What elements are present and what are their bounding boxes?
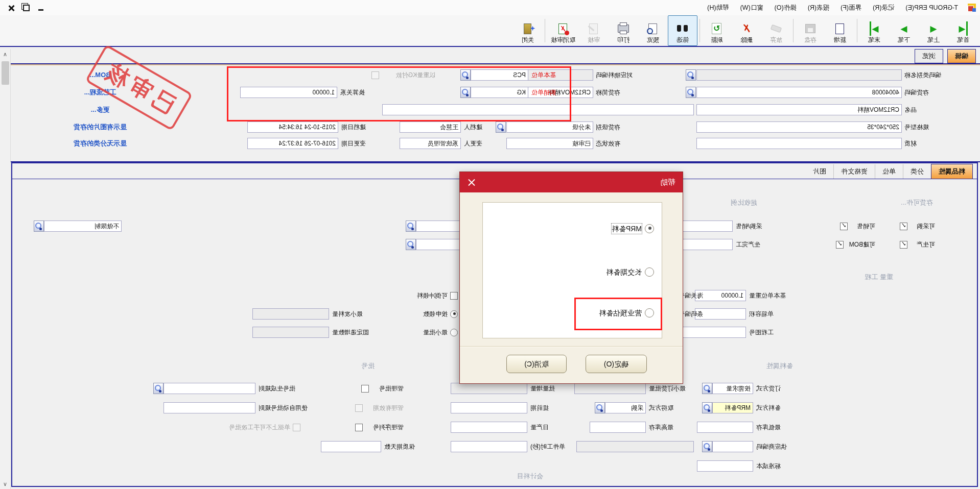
prev-record-button[interactable]: 上笔 <box>919 15 948 46</box>
change-date-label: 变更日期 <box>341 138 394 149</box>
tab-browse[interactable]: 浏览 <box>915 49 943 63</box>
menu-window[interactable]: 窗口(W) <box>735 0 769 15</box>
unit-hours-field[interactable] <box>451 441 527 452</box>
purchasable-checkbox[interactable] <box>900 223 907 230</box>
tab-units[interactable]: 单位 <box>875 164 903 179</box>
tab-images[interactable]: 图片 <box>806 164 834 179</box>
scrollbar-thumb[interactable] <box>2 61 9 85</box>
menu-interface[interactable]: 界面(F) <box>835 0 867 15</box>
supplier-field[interactable] <box>712 441 753 452</box>
material-field[interactable] <box>696 138 902 149</box>
sellable-checkbox[interactable] <box>840 223 848 230</box>
sale-unit-lookup-button[interactable] <box>460 87 471 98</box>
factory-flow-lookup-button[interactable] <box>406 221 416 232</box>
new-button[interactable]: 新增 <box>825 15 855 46</box>
save-button: 存盘 <box>796 15 825 46</box>
base-unit-field[interactable]: PCS <box>471 69 528 81</box>
code-class-field[interactable] <box>696 69 902 81</box>
base-unit-lookup-button[interactable] <box>460 69 471 81</box>
scroll-up-icon[interactable]: ∧ <box>0 49 10 59</box>
code-class-lookup-button[interactable] <box>686 69 696 81</box>
tab-classification[interactable]: 分类 <box>903 164 931 179</box>
daily-output-field[interactable] <box>451 422 527 433</box>
min-stock-field[interactable] <box>697 422 753 433</box>
first-record-button[interactable]: 首笔 <box>948 15 978 46</box>
print-button[interactable]: 打印 <box>609 15 638 46</box>
close-form-button[interactable]: 关闭 <box>513 15 543 46</box>
tab-edit[interactable]: 编辑 <box>947 49 976 63</box>
producible-checkbox[interactable] <box>900 241 907 249</box>
acquire-field[interactable]: 采购 <box>605 402 646 413</box>
auto-rule-field[interactable] <box>164 402 255 413</box>
acquire-label: 取得方式 <box>649 402 704 413</box>
max-stock-field[interactable] <box>590 422 646 433</box>
option-long-lead-label[interactable]: 长交期备料 <box>606 267 642 277</box>
manage-serial-checkbox[interactable] <box>355 424 363 431</box>
min-batch-radio[interactable] <box>450 329 458 336</box>
acquire-lookup-button[interactable] <box>595 402 605 413</box>
flow3-lookup-button[interactable] <box>34 221 44 232</box>
save-icon <box>805 24 815 33</box>
spec-field[interactable]: 250*240*35 <box>696 121 902 133</box>
preview-button[interactable]: 预览 <box>638 15 668 46</box>
over-purchase-field[interactable] <box>679 221 733 232</box>
over-produce-field[interactable] <box>679 239 733 250</box>
min-batch-label: 最小批量 <box>415 327 448 338</box>
item-name-field[interactable]: CR12MOV精料 <box>696 104 902 115</box>
menu-record[interactable]: 记录(R) <box>867 0 900 15</box>
tab-item-properties[interactable]: 料品属性 <box>931 164 973 179</box>
scroll-down-icon[interactable]: ∨ <box>0 479 10 489</box>
restore-button[interactable] <box>19 3 34 13</box>
level-field[interactable]: 未分级 <box>506 121 593 133</box>
manage-batch-checkbox[interactable] <box>361 385 369 393</box>
sale-unit-field[interactable]: KG <box>471 87 528 98</box>
cancel-button[interactable]: 取消(C) <box>506 355 567 373</box>
lead-time-field[interactable] <box>451 402 527 413</box>
create-date-label: 建档日期 <box>341 121 394 133</box>
tab-qualification-files[interactable]: 资格文件 <box>834 164 875 179</box>
vertical-scrollbar[interactable]: ∧ ∨ <box>0 49 11 489</box>
std-cost-field[interactable] <box>697 460 753 472</box>
batch-rule-lookup-button[interactable] <box>153 383 164 394</box>
order-mode-field[interactable]: 按需求量 <box>712 383 753 394</box>
batch-rule-field[interactable] <box>164 383 255 394</box>
next-record-button[interactable]: 下笔 <box>889 15 919 46</box>
close-window-button[interactable] <box>5 3 19 13</box>
menu-help[interactable]: 帮助(H) <box>702 0 734 15</box>
option-sales-forecast-radio[interactable] <box>645 308 654 317</box>
shelf-life-field[interactable] <box>321 441 381 452</box>
changer-field: 系统管理员 <box>400 138 461 149</box>
backflush-checkbox[interactable] <box>450 292 458 300</box>
prepare-mode-field[interactable]: MRP备料 <box>712 402 753 413</box>
option-long-lead-radio[interactable] <box>645 267 654 277</box>
link-show-unclassified[interactable]: 显示无分类的存货 <box>13 138 187 149</box>
last-record-button[interactable]: 末笔 <box>859 15 889 46</box>
conv-field[interactable]: 1.00000 <box>240 87 337 98</box>
name2-field[interactable] <box>382 104 694 115</box>
flow3-field[interactable]: 不做限制 <box>44 221 122 232</box>
menu-report[interactable]: 报表(R) <box>802 0 835 15</box>
delete-button[interactable]: 删除 <box>732 15 761 46</box>
ok-button[interactable]: 确定(O) <box>586 355 647 373</box>
bomable-checkbox[interactable] <box>836 241 844 249</box>
flow2-lookup-button[interactable] <box>406 239 416 250</box>
unaudit-button[interactable]: 取消审核 <box>547 15 579 46</box>
dialog-close-button[interactable] <box>467 178 476 187</box>
filter-button[interactable]: 筛选 <box>668 15 697 46</box>
refresh-button[interactable]: 刷新 <box>702 15 732 46</box>
option-mrp-label[interactable]: MRP备料 <box>612 224 642 234</box>
weight-pay-checkbox[interactable] <box>371 71 379 79</box>
option-sales-forecast-label[interactable]: 营业预估备料 <box>599 308 642 318</box>
item-code-field[interactable]: 40040008 <box>696 87 902 98</box>
item-code-lookup-button[interactable] <box>686 87 696 98</box>
supplier-lookup-button[interactable] <box>702 441 712 452</box>
menu-tgroup-erp[interactable]: T-GROUP ERP(E) <box>900 0 964 15</box>
menu-operate[interactable]: 操作(O) <box>769 0 802 15</box>
minimize-button[interactable] <box>34 3 48 13</box>
over-produce-label: 生产完工 <box>736 239 777 250</box>
discard-button: 放弃 <box>761 15 791 46</box>
audit-icon <box>590 23 598 34</box>
print-icon <box>618 25 629 33</box>
by-apply-radio[interactable] <box>450 310 458 318</box>
option-mrp-radio[interactable] <box>645 224 654 233</box>
